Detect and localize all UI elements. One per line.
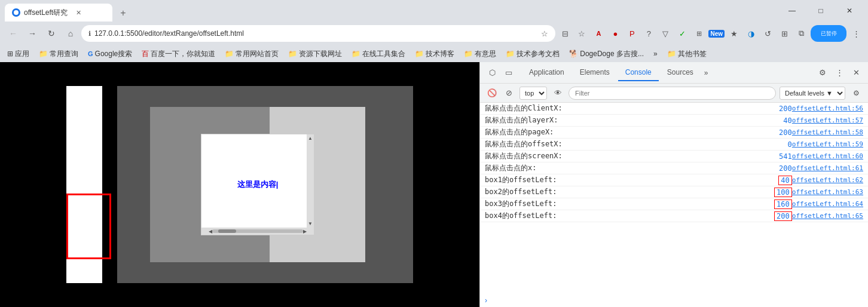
- vpn-icon[interactable]: ▽: [658, 26, 673, 41]
- bookmarks-icon[interactable]: ★: [727, 26, 741, 41]
- bookmark-tools[interactable]: 📁 在线工具集合: [349, 48, 408, 60]
- red-icon[interactable]: ●: [608, 26, 622, 41]
- maximize-button[interactable]: □: [807, 1, 835, 20]
- help-icon[interactable]: ?: [641, 26, 656, 41]
- console-row-value: 200: [779, 105, 792, 113]
- tab-sources[interactable]: Sources: [660, 65, 701, 81]
- bookmark-label: 其他书签: [678, 49, 707, 59]
- menu-button[interactable]: ⋮: [849, 26, 863, 41]
- clear-console-icon[interactable]: 🚫: [485, 86, 499, 100]
- devtools-menu-icon[interactable]: ⋮: [832, 66, 846, 80]
- devtools-close-icon[interactable]: ✕: [849, 66, 863, 80]
- bookmark-tech-blog[interactable]: 📁 技术博客: [412, 48, 457, 60]
- console-row-label: box3的offsetLeft:: [485, 199, 772, 209]
- window-controls: — □ ✕: [778, 1, 863, 20]
- horizontal-scrollbar[interactable]: ◀ ▶: [201, 228, 314, 235]
- device-icon[interactable]: ▭: [502, 66, 516, 80]
- tab-application[interactable]: Application: [522, 65, 571, 81]
- folder-icon-4: 📁: [415, 50, 424, 58]
- edge-icon[interactable]: ◑: [744, 26, 758, 41]
- home-button[interactable]: ⌂: [62, 25, 79, 42]
- address-input[interactable]: ℹ 127.0.0.1:5500/editor/textRange/offset…: [81, 25, 555, 42]
- console-gear-icon[interactable]: ⚙: [849, 86, 863, 100]
- forward-button[interactable]: →: [24, 25, 41, 42]
- red-highlight-box: [66, 194, 111, 259]
- console-toolbar: 🚫 ⊘ top 👁 Default levels ▼ ⚙: [480, 84, 868, 103]
- active-tab[interactable]: offsetLeft研究 ✕: [5, 4, 112, 22]
- new-tab-button[interactable]: +: [115, 5, 132, 22]
- bookmark-dogedoge[interactable]: 🐕 DogeDoge 多吉搜...: [567, 48, 646, 60]
- console-row-file[interactable]: offsetLeft.html:64: [792, 200, 863, 208]
- title-bar: offsetLeft研究 ✕ + — □ ✕: [0, 0, 868, 22]
- bookmark-common-query[interactable]: 📁 常用查询: [36, 48, 81, 60]
- console-row: 鼠标点击点的layerX:40offsetLeft.html:57: [480, 115, 868, 127]
- scroll-right-arrow[interactable]: ▶: [303, 229, 307, 234]
- console-row-file[interactable]: offsetLeft.html:62: [792, 176, 863, 184]
- minimize-button[interactable]: —: [778, 1, 806, 20]
- refresh-button[interactable]: ↻: [43, 25, 60, 42]
- translate-icon[interactable]: ⊟: [558, 26, 572, 41]
- console-row-label: 鼠标点击点的offsetX:: [485, 139, 786, 149]
- tab-bar: offsetLeft研究 ✕ +: [5, 0, 778, 22]
- more-devtools-tabs[interactable]: »: [702, 66, 711, 79]
- console-row-file[interactable]: offsetLeft.html:65: [792, 212, 863, 220]
- ppt-icon[interactable]: P: [625, 26, 639, 41]
- filter-input[interactable]: [569, 87, 776, 100]
- dog-icon: 🐕: [569, 50, 578, 58]
- console-row-file[interactable]: offsetLeft.html:56: [792, 105, 863, 112]
- bookmark-star-icon[interactable]: ☆: [574, 26, 589, 41]
- console-row-file[interactable]: offsetLeft.html:61: [792, 164, 863, 172]
- console-prompt[interactable]: ›: [480, 294, 868, 307]
- bookmark-other[interactable]: 📁 其他书签: [665, 48, 709, 60]
- sync-icon[interactable]: ↺: [760, 26, 775, 41]
- webpage[interactable]: 这里是内容| ▲ ▼ ◀ ▶: [0, 62, 479, 307]
- console-row-file[interactable]: offsetLeft.html:57: [792, 116, 863, 124]
- bookmark-google[interactable]: G Google搜索: [85, 48, 135, 60]
- context-select[interactable]: top: [519, 87, 547, 100]
- tab-close-button[interactable]: ✕: [74, 8, 83, 17]
- green-icon[interactable]: ✓: [675, 26, 689, 41]
- scroll-up-arrow[interactable]: ▲: [308, 136, 313, 141]
- console-row-file[interactable]: offsetLeft.html:60: [792, 152, 863, 160]
- bookmark-apps[interactable]: ⊞ 应用: [5, 48, 32, 60]
- devtools-tabs: ⬡ ▭ Application Elements Console Sources…: [480, 62, 868, 84]
- scroll-track: [212, 229, 303, 233]
- star-icon[interactable]: ☆: [541, 29, 548, 38]
- console-row: 鼠标点击点的x:200offsetLeft.html:61: [480, 162, 868, 174]
- apps-bookmark-icon: ⊞: [7, 50, 13, 58]
- console-row-value: 541: [779, 152, 792, 161]
- console-row-file[interactable]: offsetLeft.html:59: [792, 140, 863, 148]
- bookmark-label: 资源下载网址: [299, 49, 342, 59]
- bookmark-interesting[interactable]: 📁 有意思: [461, 48, 499, 60]
- bookmark-resources[interactable]: 📁 资源下载网址: [286, 48, 344, 60]
- no-errors-icon[interactable]: ⊘: [502, 86, 516, 100]
- console-left-icons: 🚫 ⊘: [485, 86, 516, 100]
- tab-elements[interactable]: Elements: [573, 65, 617, 81]
- extensions-icon[interactable]: ⧉: [794, 26, 808, 41]
- profile-button[interactable]: 已暂停: [811, 25, 846, 42]
- vertical-scrollbar[interactable]: ▲ ▼: [307, 134, 314, 228]
- bookmark-more[interactable]: »: [651, 48, 660, 59]
- console-row-value: 40: [783, 116, 791, 125]
- settings-icon[interactable]: ⚙: [815, 66, 830, 80]
- bookmark-tech-docs[interactable]: 📁 技术参考文档: [503, 48, 562, 60]
- close-button[interactable]: ✕: [836, 1, 863, 20]
- levels-select[interactable]: Default levels ▼: [780, 87, 845, 100]
- scroll-down-arrow[interactable]: ▼: [308, 221, 313, 226]
- bookmark-baidu[interactable]: 百 百度一下，你就知道: [139, 48, 218, 60]
- grid-icon[interactable]: ⊞: [692, 26, 706, 41]
- console-row-file[interactable]: offsetLeft.html:63: [792, 188, 863, 196]
- tab-console[interactable]: Console: [618, 65, 659, 81]
- devtools-right-icons: ⚙ ⋮ ✕: [815, 66, 863, 80]
- bookmark-label: 百度一下，你就知道: [151, 49, 215, 59]
- eye-icon[interactable]: 👁: [551, 86, 565, 100]
- bookmark-common-sites[interactable]: 📁 常用网站首页: [222, 48, 281, 60]
- back-button[interactable]: ←: [5, 25, 22, 42]
- scroll-thumb[interactable]: [218, 229, 236, 233]
- console-row-label: 鼠标点击点的ClientX:: [485, 103, 777, 113]
- content-box: 这里是内容| ▲ ▼ ◀ ▶: [201, 134, 314, 235]
- apps-icon[interactable]: ⊞: [777, 26, 791, 41]
- adobe-icon[interactable]: A: [591, 26, 606, 41]
- inspect-icon[interactable]: ⬡: [485, 66, 499, 80]
- console-row-file[interactable]: offsetLeft.html:58: [792, 128, 863, 136]
